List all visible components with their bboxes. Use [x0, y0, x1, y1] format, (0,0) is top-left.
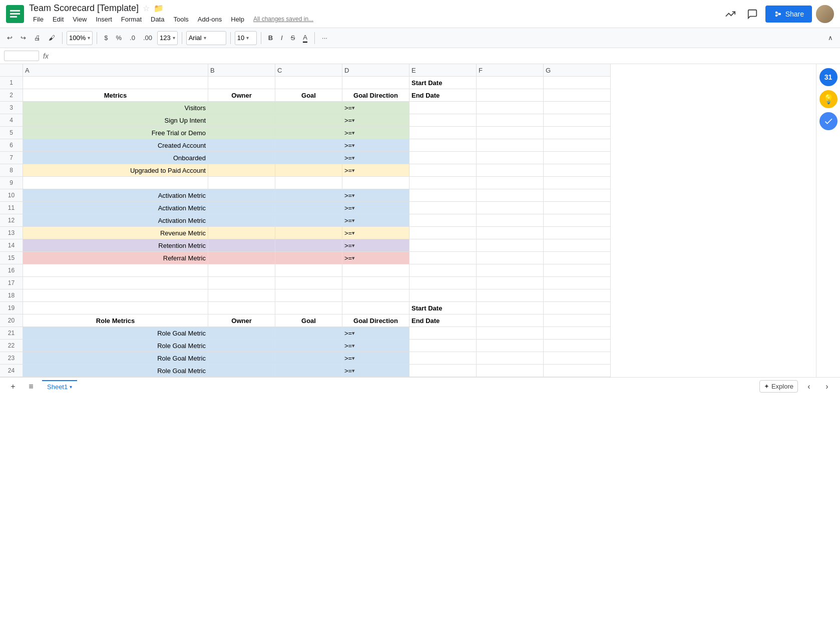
bold-button[interactable]: B: [265, 31, 276, 45]
menu-data[interactable]: Data: [147, 14, 168, 25]
cell-8-F[interactable]: [477, 164, 544, 177]
decimal-more-button[interactable]: .00: [140, 31, 155, 45]
cell-reference-input[interactable]: [4, 51, 39, 61]
cell-4-F[interactable]: [477, 114, 544, 127]
cell-15-E[interactable]: [409, 252, 477, 264]
sheets-list-button[interactable]: ≡: [24, 380, 38, 394]
cell-6-G[interactable]: [544, 139, 611, 152]
cell-5-G[interactable]: [544, 127, 611, 139]
row-num-6[interactable]: 6: [0, 139, 23, 152]
redo-button[interactable]: ↪: [18, 31, 29, 45]
cell-13-A[interactable]: Revenue Metric: [23, 227, 208, 239]
cell-19-G[interactable]: [544, 302, 611, 314]
cell-11-E[interactable]: [409, 202, 477, 214]
menu-format[interactable]: Format: [117, 14, 146, 25]
cell-18-C[interactable]: [275, 289, 342, 302]
cell-20-D[interactable]: Goal Direction: [342, 314, 409, 327]
cell-16-B[interactable]: [208, 264, 275, 277]
cell-8-B[interactable]: [208, 164, 275, 177]
sheet-tab-dropdown[interactable]: ▾: [70, 384, 72, 390]
cell-16-A[interactable]: [23, 264, 208, 277]
cell-5-F[interactable]: [477, 127, 544, 139]
cell-21-G[interactable]: [544, 327, 611, 340]
cell-6-D[interactable]: >= ▾: [342, 139, 409, 152]
cell-20-G[interactable]: [544, 314, 611, 327]
cell-15-C[interactable]: [275, 252, 342, 264]
cell-2-G[interactable]: [544, 89, 611, 102]
row-num-13[interactable]: 13: [0, 227, 23, 239]
strikethrough-button[interactable]: S: [288, 31, 298, 45]
star-icon[interactable]: ☆: [143, 4, 150, 13]
cell-1-A[interactable]: [23, 77, 208, 89]
decimal-less-button[interactable]: .0: [127, 31, 138, 45]
italic-button[interactable]: I: [278, 31, 286, 45]
cell-13-D[interactable]: >= ▾: [342, 227, 409, 239]
row-num-8[interactable]: 8: [0, 164, 23, 177]
row-num-10[interactable]: 10: [0, 189, 23, 202]
cell-14-D[interactable]: >= ▾: [342, 239, 409, 252]
cell-18-B[interactable]: [208, 289, 275, 302]
cell-24-D[interactable]: >= ▾: [342, 365, 409, 377]
cell-8-D[interactable]: >= ▾: [342, 164, 409, 177]
lightbulb-sidebar-icon[interactable]: 💡: [819, 90, 837, 108]
cell-12-A[interactable]: Activation Metric: [23, 214, 208, 227]
cell-11-B[interactable]: [208, 202, 275, 214]
currency-button[interactable]: $: [101, 31, 111, 45]
cell-2-B[interactable]: Owner: [208, 89, 275, 102]
cell-19-E[interactable]: Start Date: [409, 302, 477, 314]
cell-12-G[interactable]: [544, 214, 611, 227]
menu-tools[interactable]: Tools: [169, 14, 192, 25]
cell-4-A[interactable]: Sign Up Intent: [23, 114, 208, 127]
cell-6-B[interactable]: [208, 139, 275, 152]
col-header-f[interactable]: F: [477, 64, 544, 77]
cell-9-D[interactable]: [342, 177, 409, 189]
add-sheet-button[interactable]: +: [6, 380, 20, 394]
cell-6-A[interactable]: Created Account: [23, 139, 208, 152]
cell-14-A[interactable]: Retention Metric: [23, 239, 208, 252]
cell-3-G[interactable]: [544, 102, 611, 114]
scroll-prev-button[interactable]: ‹: [802, 380, 816, 394]
cell-3-E[interactable]: [409, 102, 477, 114]
format-number-selector[interactable]: 123 ▾: [157, 31, 178, 45]
cell-13-E[interactable]: [409, 227, 477, 239]
cell-9-G[interactable]: [544, 177, 611, 189]
font-selector[interactable]: Arial ▾: [186, 31, 226, 45]
cell-9-A[interactable]: [23, 177, 208, 189]
cell-3-B[interactable]: [208, 102, 275, 114]
row-num-7[interactable]: 7: [0, 152, 23, 164]
cell-20-A[interactable]: Role Metrics: [23, 314, 208, 327]
cell-23-A[interactable]: Role Goal Metric: [23, 352, 208, 365]
cell-18-G[interactable]: [544, 289, 611, 302]
cell-12-D[interactable]: >= ▾: [342, 214, 409, 227]
cell-3-A[interactable]: Visitors: [23, 102, 208, 114]
cell-14-C[interactable]: [275, 239, 342, 252]
cell-5-D[interactable]: >= ▾: [342, 127, 409, 139]
sheet-tab-sheet1[interactable]: Sheet1 ▾: [42, 380, 77, 393]
row-num-22[interactable]: 22: [0, 340, 23, 352]
cell-1-G[interactable]: [544, 77, 611, 89]
cell-22-F[interactable]: [477, 340, 544, 352]
sheet-area[interactable]: A B C D E F G 1Start Date2MetricsOwnerGo…: [0, 64, 816, 377]
cell-10-E[interactable]: [409, 189, 477, 202]
cell-22-D[interactable]: >= ▾: [342, 340, 409, 352]
cell-9-E[interactable]: [409, 177, 477, 189]
row-num-4[interactable]: 4: [0, 114, 23, 127]
cell-7-G[interactable]: [544, 152, 611, 164]
cell-24-C[interactable]: [275, 365, 342, 377]
cell-21-C[interactable]: [275, 327, 342, 340]
menu-view[interactable]: View: [69, 14, 91, 25]
cell-1-D[interactable]: [342, 77, 409, 89]
undo-button[interactable]: ↩: [4, 31, 16, 45]
cell-16-C[interactable]: [275, 264, 342, 277]
cell-9-C[interactable]: [275, 177, 342, 189]
cell-11-C[interactable]: [275, 202, 342, 214]
cell-11-A[interactable]: Activation Metric: [23, 202, 208, 214]
cell-24-A[interactable]: Role Goal Metric: [23, 365, 208, 377]
cell-22-B[interactable]: [208, 340, 275, 352]
cell-16-F[interactable]: [477, 264, 544, 277]
cell-17-C[interactable]: [275, 277, 342, 289]
row-num-20[interactable]: 20: [0, 314, 23, 327]
cell-24-E[interactable]: [409, 365, 477, 377]
cell-8-A[interactable]: Upgraded to Paid Account: [23, 164, 208, 177]
trending-icon[interactable]: [721, 5, 739, 23]
